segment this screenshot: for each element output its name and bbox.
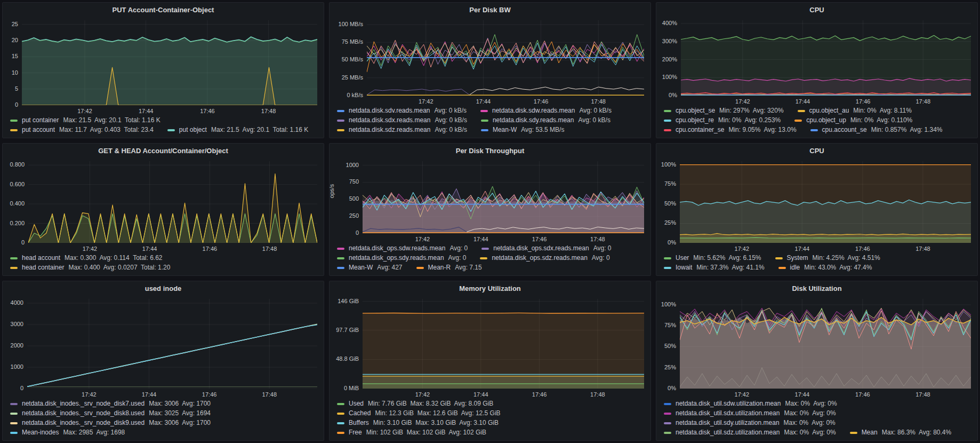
legend-series-stats: Min: 0.857% Avg: 1.34% [871, 126, 943, 134]
legend-item[interactable]: netdata.disk.sdx.reads.meanAvg: 0 kB/s [337, 116, 467, 124]
legend-row: netdata.disk.sdv.reads.meanAvg: 0 kB/sne… [337, 107, 645, 115]
chart-canvas[interactable] [28, 161, 317, 243]
legend-series-marker [416, 267, 424, 269]
legend-series-stats: Min: 37.3% Avg: 41.1% [696, 264, 764, 272]
legend-item[interactable]: netdata.disk_util.sdy.utilization.meanMa… [664, 419, 836, 427]
legend-item[interactable]: netdata.disk_util.sdw.utilization.meanMa… [664, 400, 837, 408]
panel-title[interactable]: PUT Account-Container-Object [3, 3, 324, 17]
panel-per-disk-throughput: Per Disk Throughput02505007501000ops/s17… [329, 143, 651, 276]
chart-canvas[interactable] [367, 20, 644, 96]
legend-series-stats: Max: 3006 Avg: 1700 [149, 419, 211, 427]
legend-item[interactable]: IowaitMin: 37.3% Avg: 41.1% [664, 264, 765, 272]
legend-series-stats: Min: 12.3 GiB Max: 12.6 GiB Avg: 12.5 Gi… [375, 409, 500, 417]
panel-title[interactable]: Per Disk Throughput [330, 144, 650, 157]
legend-item[interactable]: cpu.object_upMin: 0% Avg: 0.110% [794, 116, 912, 124]
plot-region [28, 161, 317, 243]
y-tick-label: 25% [664, 219, 676, 226]
legend-item[interactable]: netdata.disk_ops.sdz.reads.meanAvg: 0 [480, 254, 609, 262]
legend-item[interactable]: UsedMin: 7.76 GiB Max: 8.32 GiB Avg: 8.0… [337, 400, 493, 408]
panel-title[interactable]: CPU [656, 144, 977, 157]
y-tick-label: 0% [668, 385, 676, 391]
legend-series-label: netdata.disk.sdx.reads.mean [349, 116, 430, 124]
panel-title[interactable]: Per Disk BW [330, 3, 650, 17]
legend-series-marker [167, 129, 175, 131]
legend-series-label: netdata.disk_util.sdy.utilization.mean [676, 419, 780, 427]
legend-item[interactable]: UserMin: 5.62% Avg: 6.15% [664, 254, 761, 262]
legend-series-stats: Avg: 0 kB/s [578, 116, 610, 124]
legend-item[interactable]: netdata.disk.sdw.reads.meanAvg: 0 kB/s [480, 107, 612, 115]
chart-canvas[interactable] [681, 20, 971, 96]
legend-item[interactable]: netdata.disk_ops.sdw.reads.meanAvg: 0 [337, 244, 468, 252]
y-tick-label: 100% [661, 161, 676, 168]
legend-item[interactable]: netdata.disk_ops.sdx.reads.meanAvg: 0 [481, 244, 611, 252]
y-tick-label: 75% [664, 180, 676, 187]
legend-item[interactable]: cpu.object_auMin: 0% Avg: 8.11% [798, 107, 912, 115]
y-axis: 01000200030004000 [6, 299, 27, 389]
panel-disk-utilization: Disk Utilization0%25%50%75%100%17:4217:4… [656, 281, 978, 441]
legend-item[interactable]: netdata.disk_ops.sdy.reads.meanAvg: 0 [337, 254, 466, 262]
chart-area: 0%100%200%300%400%17:4217:4417:4617:48 [660, 18, 971, 106]
x-tick-label: 17:48 [590, 391, 605, 398]
legend-item[interactable]: head accountMax: 0.300 Avg: 0.114 Total:… [10, 254, 163, 262]
legend-item[interactable]: netdata.disk.sdy.reads.meanAvg: 0 kB/s [481, 116, 611, 124]
chart-canvas[interactable] [27, 299, 317, 389]
legend-series-label: netdata.disk_inodes._srv_node_disk7.used [22, 400, 144, 408]
legend-item[interactable]: CachedMin: 12.3 GiB Max: 12.6 GiB Avg: 1… [337, 409, 501, 417]
legend-series-marker [798, 110, 805, 112]
legend-item[interactable]: BuffersMin: 3.10 GiB Max: 3.10 GiB Avg: … [337, 419, 499, 427]
x-tick-label: 17:44 [142, 391, 157, 398]
legend-item[interactable]: netdata.disk_inodes._srv_node_disk9.used… [10, 419, 211, 427]
legend-item[interactable]: cpu.container_seMin: 9.05% Avg: 13.0% [664, 126, 797, 134]
legend-item[interactable]: Mean-WAvg: 53.5 MB/s [481, 126, 565, 134]
legend-item[interactable]: head containerMax: 0.400 Avg: 0.0207 Tot… [10, 264, 170, 272]
legend-item[interactable]: put containerMax: 21.5 Avg: 20.1 Total: … [10, 116, 160, 124]
panel-title[interactable]: GET & HEAD Account/Container/Object [3, 144, 324, 157]
legend-item[interactable]: idleMin: 43.0% Avg: 47.4% [778, 264, 872, 272]
chart-canvas[interactable] [363, 161, 644, 233]
x-tick-label: 17:42 [83, 246, 98, 252]
legend-item[interactable]: FreeMin: 102 GiB Max: 102 GiB Avg: 102 G… [337, 429, 486, 437]
legend-row: FreeMin: 102 GiB Max: 102 GiB Avg: 102 G… [337, 429, 645, 437]
legend-series-marker [10, 129, 18, 131]
chart-area: 051015202517:4217:4417:4617:48 [6, 18, 317, 116]
panel-title[interactable]: Memory Utilization [330, 281, 650, 295]
legend-item[interactable]: netdata.disk_inodes._srv_node_disk8.used… [10, 409, 211, 417]
legend-item[interactable]: SystemMin: 4.25% Avg: 4.51% [775, 254, 880, 262]
chart-canvas[interactable] [680, 161, 971, 243]
y-tick-label: 0% [669, 92, 677, 98]
panel-title[interactable]: used inode [3, 281, 324, 295]
legend-item[interactable]: netdata.disk_util.sdz.utilization.meanMa… [664, 429, 836, 437]
legend-item[interactable]: put accountMax: 11.7 Avg: 0.403 Total: 2… [10, 126, 154, 134]
legend-series-marker [337, 267, 344, 269]
legend-item[interactable]: cpu.object_reMin: 0% Avg: 0.253% [664, 116, 781, 124]
legend-item[interactable]: netdata.disk.sdv.reads.meanAvg: 0 kB/s [337, 107, 467, 115]
chart-canvas[interactable] [363, 299, 644, 389]
y-tick-label: 0 [21, 239, 25, 246]
legend-series-label: Mean-inodes [22, 429, 59, 437]
legend: netdata.disk.sdv.reads.meanAvg: 0 kB/sne… [330, 106, 650, 138]
legend-item[interactable]: netdata.disk_util.sdx.utilization.meanMa… [664, 409, 836, 417]
legend-item[interactable]: MeanMax: 86.3% Avg: 80.4% [850, 429, 952, 437]
chart-canvas[interactable] [680, 299, 971, 389]
legend-row: netdata.disk.sdz.reads.meanAvg: 0 kB/sMe… [337, 126, 645, 134]
y-tick-label: 1000 [346, 162, 359, 168]
legend-item[interactable]: cpu.account_seMin: 0.857% Avg: 1.34% [810, 126, 943, 134]
chart-area: 0100020003000400017:4217:4417:4617:48 [6, 296, 317, 399]
x-tick-label: 17:46 [202, 391, 217, 398]
panel-title[interactable]: Disk Utilization [656, 281, 977, 295]
legend-item[interactable]: Mean-inodesMax: 2985 Avg: 1698 [10, 429, 125, 437]
legend-series-marker [337, 422, 344, 424]
chart-canvas[interactable] [22, 20, 317, 105]
legend-item[interactable]: Mean-RAvg: 7.15 [416, 264, 482, 272]
legend-item[interactable]: put objectMax: 21.5 Avg: 20.1 Total: 1.1… [167, 126, 308, 134]
y-tick-label: 25 [12, 21, 18, 27]
legend-series-label: netdata.disk_ops.sdz.reads.mean [492, 254, 587, 262]
legend-series-marker [337, 129, 344, 131]
legend-item[interactable]: cpu.object_seMin: 297% Avg: 320% [664, 107, 784, 115]
legend-item[interactable]: netdata.disk_inodes._srv_node_disk7.used… [10, 400, 211, 408]
legend-item[interactable]: netdata.disk.sdz.reads.meanAvg: 0 kB/s [337, 126, 467, 134]
legend-series-label: cpu.object_se [676, 107, 715, 115]
panel-title[interactable]: CPU [656, 3, 977, 17]
legend-series-stats: Max: 21.5 Avg: 20.1 Total: 1.16 K [63, 116, 160, 124]
legend-item[interactable]: Mean-WAvg: 427 [337, 264, 403, 272]
